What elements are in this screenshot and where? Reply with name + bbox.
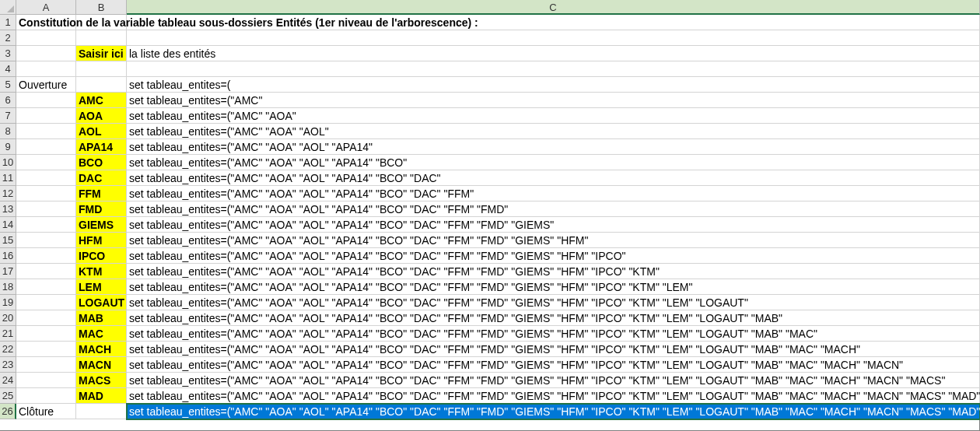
cell-C3[interactable]: la liste des entités: [127, 46, 980, 61]
cell-A15[interactable]: [16, 233, 76, 248]
cell-A16[interactable]: [16, 248, 76, 264]
row-header-9[interactable]: 9: [0, 139, 16, 155]
cell-C15[interactable]: set tableau_entites=("AMC" "AOA" "AOL" "…: [127, 233, 980, 248]
cell-B23[interactable]: MACN: [76, 357, 127, 373]
row-header-21[interactable]: 21: [0, 326, 16, 342]
column-header-C[interactable]: C: [127, 0, 980, 15]
cell-C8[interactable]: set tableau_entites=("AMC" "AOA" "AOL": [127, 124, 980, 139]
cell-B15[interactable]: HFM: [76, 233, 127, 248]
cell-A5[interactable]: Ouverture: [16, 77, 76, 93]
row-header-17[interactable]: 17: [0, 264, 16, 279]
cell-B5[interactable]: [76, 77, 127, 93]
row-header-14[interactable]: 14: [0, 217, 16, 233]
cell-C18[interactable]: set tableau_entites=("AMC" "AOA" "AOL" "…: [127, 279, 980, 295]
cell-C20[interactable]: set tableau_entites=("AMC" "AOA" "AOL" "…: [127, 310, 980, 326]
row-header-11[interactable]: 11: [0, 170, 16, 186]
cell-B19[interactable]: LOGAUT: [76, 295, 127, 310]
cell-A8[interactable]: [16, 124, 76, 139]
cell-B4[interactable]: [76, 61, 127, 77]
cell-C22[interactable]: set tableau_entites=("AMC" "AOA" "AOL" "…: [127, 342, 980, 357]
cell-B16[interactable]: IPCO: [76, 248, 127, 264]
column-header-B[interactable]: B: [76, 0, 127, 15]
cell-B10[interactable]: BCO: [76, 155, 127, 170]
cell-B2[interactable]: [76, 30, 127, 46]
cell-B18[interactable]: LEM: [76, 279, 127, 295]
row-header-18[interactable]: 18: [0, 279, 16, 295]
cell-C12[interactable]: set tableau_entites=("AMC" "AOA" "AOL" "…: [127, 186, 980, 201]
column-header-A[interactable]: A: [16, 0, 76, 15]
row-header-13[interactable]: 13: [0, 201, 16, 217]
cell-A10[interactable]: [16, 155, 76, 170]
cell-B14[interactable]: GIEMS: [76, 217, 127, 233]
cell-A11[interactable]: [16, 170, 76, 186]
cell-A6[interactable]: [16, 93, 76, 108]
row-header-16[interactable]: 16: [0, 248, 16, 264]
cell-B11[interactable]: DAC: [76, 170, 127, 186]
cell-B6[interactable]: AMC: [76, 93, 127, 108]
cell-A1[interactable]: Constitution de la variable tableau sous…: [16, 15, 76, 30]
cell-A25[interactable]: [16, 388, 76, 404]
cell-C2[interactable]: [127, 30, 980, 46]
row-header-2[interactable]: 2: [0, 30, 16, 46]
spreadsheet[interactable]: ABC 123456789101112131415161718192021222…: [0, 0, 980, 431]
cell-C7[interactable]: set tableau_entites=("AMC" "AOA": [127, 108, 980, 124]
cell-A14[interactable]: [16, 217, 76, 233]
cell-B7[interactable]: AOA: [76, 108, 127, 124]
cell-B24[interactable]: MACS: [76, 373, 127, 388]
cell-C21[interactable]: set tableau_entites=("AMC" "AOA" "AOL" "…: [127, 326, 980, 342]
row-header-8[interactable]: 8: [0, 124, 16, 139]
row-header-7[interactable]: 7: [0, 108, 16, 124]
cell-A12[interactable]: [16, 186, 76, 201]
cell-B3[interactable]: Saisir ici: [76, 46, 127, 61]
cell-A9[interactable]: [16, 139, 76, 155]
cell-C26[interactable]: set tableau_entites=("AMC" "AOA" "AOL" "…: [127, 404, 980, 419]
cell-A20[interactable]: [16, 310, 76, 326]
cell-B22[interactable]: MACH: [76, 342, 127, 357]
cell-C9[interactable]: set tableau_entites=("AMC" "AOA" "AOL" "…: [127, 139, 980, 155]
cell-C17[interactable]: set tableau_entites=("AMC" "AOA" "AOL" "…: [127, 264, 980, 279]
cell-C13[interactable]: set tableau_entites=("AMC" "AOA" "AOL" "…: [127, 201, 980, 217]
cell-C5[interactable]: set tableau_entites=(: [127, 77, 980, 93]
cell-B20[interactable]: MAB: [76, 310, 127, 326]
cell-A17[interactable]: [16, 264, 76, 279]
row-header-6[interactable]: 6: [0, 93, 16, 108]
row-header-24[interactable]: 24: [0, 373, 16, 388]
row-header-25[interactable]: 25: [0, 388, 16, 404]
row-header-1[interactable]: 1: [0, 15, 16, 30]
cell-B9[interactable]: APA14: [76, 139, 127, 155]
cell-C16[interactable]: set tableau_entites=("AMC" "AOA" "AOL" "…: [127, 248, 980, 264]
cell-C24[interactable]: set tableau_entites=("AMC" "AOA" "AOL" "…: [127, 373, 980, 388]
cell-A4[interactable]: [16, 61, 76, 77]
row-header-23[interactable]: 23: [0, 357, 16, 373]
cell-C6[interactable]: set tableau_entites=("AMC": [127, 93, 980, 108]
row-header-5[interactable]: 5: [0, 77, 16, 93]
cell-B8[interactable]: AOL: [76, 124, 127, 139]
select-all-corner[interactable]: [0, 0, 16, 15]
cell-C14[interactable]: set tableau_entites=("AMC" "AOA" "AOL" "…: [127, 217, 980, 233]
cell-A19[interactable]: [16, 295, 76, 310]
cell-B21[interactable]: MAC: [76, 326, 127, 342]
cell-A26[interactable]: Clôture: [16, 404, 76, 419]
cell-C4[interactable]: [127, 61, 980, 77]
cell-A2[interactable]: [16, 30, 76, 46]
row-header-3[interactable]: 3: [0, 46, 16, 61]
cell-A13[interactable]: [16, 201, 76, 217]
row-header-12[interactable]: 12: [0, 186, 16, 201]
cell-C25[interactable]: set tableau_entites=("AMC" "AOA" "AOL" "…: [127, 388, 980, 404]
row-header-15[interactable]: 15: [0, 233, 16, 248]
cell-A23[interactable]: [16, 357, 76, 373]
cell-B26[interactable]: [76, 404, 127, 419]
row-header-4[interactable]: 4: [0, 61, 16, 77]
cell-C11[interactable]: set tableau_entites=("AMC" "AOA" "AOL" "…: [127, 170, 980, 186]
row-header-19[interactable]: 19: [0, 295, 16, 310]
cell-C19[interactable]: set tableau_entites=("AMC" "AOA" "AOL" "…: [127, 295, 980, 310]
cell-B12[interactable]: FFM: [76, 186, 127, 201]
cell-B13[interactable]: FMD: [76, 201, 127, 217]
cell-A22[interactable]: [16, 342, 76, 357]
row-header-26[interactable]: 26: [0, 404, 16, 419]
cell-A7[interactable]: [16, 108, 76, 124]
cell-B17[interactable]: KTM: [76, 264, 127, 279]
cell-A18[interactable]: [16, 279, 76, 295]
cell-C10[interactable]: set tableau_entites=("AMC" "AOA" "AOL" "…: [127, 155, 980, 170]
row-header-22[interactable]: 22: [0, 342, 16, 357]
